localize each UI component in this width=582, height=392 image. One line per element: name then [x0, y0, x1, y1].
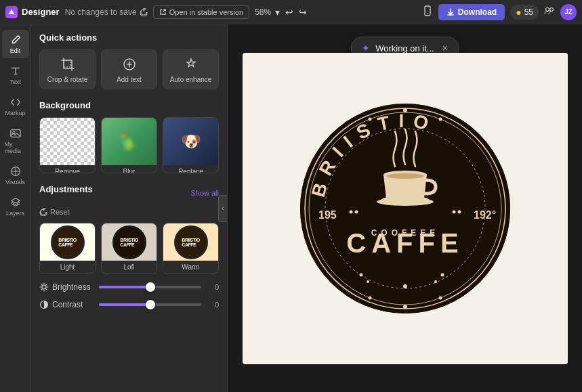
contrast-icon [39, 300, 49, 309]
zoom-control: 58% ▾ ↩ ↪ [255, 7, 308, 18]
download-button[interactable]: Download [438, 4, 505, 20]
sparkle-icon: ✦ [362, 43, 370, 53]
svg-point-30 [452, 210, 455, 213]
sidebar-item-edit[interactable]: Edit [2, 30, 29, 58]
avatar[interactable]: JZ [560, 4, 577, 20]
icon-rail: Edit Text Markup My media [0, 24, 31, 392]
toast-text: Working on it... [375, 43, 434, 53]
background-title: Background [39, 100, 219, 110]
svg-text:COOFEEE: COOFEEE [371, 228, 439, 238]
contrast-value: 0 [207, 301, 219, 309]
canvas-background: BRIISTIO 195 192° [243, 53, 568, 364]
edit-icon [9, 34, 22, 46]
brightness-slider[interactable] [99, 286, 201, 288]
brightness-icon [39, 282, 49, 292]
svg-point-38 [359, 273, 362, 276]
visuals-icon [9, 165, 22, 177]
undo-button[interactable]: ↩ [284, 7, 295, 18]
sidebar-item-text[interactable]: Text [2, 61, 29, 89]
filter-lofi-button[interactable]: BRIISTIOCAFFE Lofi [101, 223, 157, 274]
brightness-value: 0 [207, 283, 219, 291]
sidebar-item-my-media[interactable]: My media [2, 123, 29, 158]
svg-text:195: 195 [318, 209, 337, 221]
svg-point-40 [440, 273, 444, 276]
left-panel: Quick actions Crop & rotate Add text [31, 24, 228, 392]
svg-point-22 [403, 305, 407, 309]
coin-icon: ● [516, 7, 521, 18]
refresh-icon [140, 8, 148, 16]
svg-point-20 [438, 117, 442, 121]
adjustments-title: Adjustments [39, 184, 93, 194]
sidebar-item-visuals[interactable]: Visuals [2, 161, 29, 190]
collapse-panel-button[interactable]: ‹ [218, 195, 228, 222]
brightness-label: Brightness [39, 282, 93, 292]
svg-rect-8 [64, 60, 70, 67]
svg-point-24 [368, 296, 371, 299]
svg-point-33 [386, 173, 424, 179]
app-logo: Designer [5, 6, 60, 18]
brightness-row: Brightness 0 [39, 282, 219, 292]
filter-grid: BRIISTIOCAFFE Light BRIISTIOCAFFE Lofi B… [39, 223, 219, 274]
svg-point-2 [427, 14, 428, 15]
canvas-area: ✦ Working on it... × [228, 24, 582, 392]
svg-point-10 [42, 285, 46, 289]
filter-light-button[interactable]: BRIISTIOCAFFE Light [39, 223, 96, 274]
contrast-label: Contrast [39, 300, 93, 309]
open-stable-button[interactable]: Open in stable version [153, 5, 249, 19]
adjustments-header: Adjustments Show all [39, 184, 219, 201]
mobile-preview-button[interactable] [422, 5, 433, 18]
people-icon [544, 5, 555, 16]
show-all-link[interactable]: Show all [190, 189, 219, 197]
svg-point-23 [438, 296, 442, 299]
credits-badge: ● 55 [510, 5, 539, 20]
background-grid: Remove 🦜 Blur 🐶 Replace [39, 117, 219, 173]
phone-icon [422, 5, 433, 16]
svg-marker-0 [9, 9, 15, 14]
svg-point-28 [349, 210, 352, 213]
auto-enhance-button[interactable]: Auto enhance [163, 49, 219, 89]
logo-icon [5, 6, 18, 18]
svg-point-29 [354, 210, 358, 213]
contrast-row: Contrast 0 [39, 300, 219, 309]
save-status: No changes to save [65, 7, 148, 17]
svg-point-4 [550, 7, 554, 11]
main-content: Edit Text Markup My media [0, 24, 582, 392]
svg-point-39 [367, 280, 369, 283]
quick-actions-grid: Crop & rotate Add text Auto enhance [39, 49, 219, 89]
download-icon [446, 8, 455, 16]
crop-rotate-button[interactable]: Crop & rotate [39, 49, 96, 89]
svg-point-31 [457, 210, 461, 213]
layers-icon [9, 196, 22, 209]
topbar-right: Download ● 55 JZ [422, 4, 577, 20]
zoom-level: 58% [255, 7, 271, 17]
svg-point-3 [546, 7, 549, 11]
svg-rect-5 [10, 130, 20, 137]
sidebar-item-markup[interactable]: Markup [2, 92, 29, 121]
redo-button[interactable]: ↪ [297, 7, 308, 18]
external-link-icon [159, 8, 167, 16]
add-text-button[interactable]: Add text [101, 49, 157, 89]
auto-enhance-icon [184, 57, 199, 72]
filter-warm-button[interactable]: BRIISTIOCAFFE Warm [163, 223, 219, 274]
text-icon [9, 65, 22, 77]
zoom-dropdown-button[interactable]: ▾ [274, 7, 281, 18]
credits-count: 55 [524, 7, 533, 17]
bg-replace-button[interactable]: 🐶 Replace [163, 117, 219, 173]
share-button[interactable] [544, 5, 555, 19]
quick-actions-title: Quick actions [39, 32, 219, 43]
crop-icon [60, 57, 75, 72]
reset-button[interactable]: Reset [39, 208, 70, 216]
bg-blur-button[interactable]: 🦜 Blur [101, 117, 157, 173]
svg-point-42 [403, 284, 407, 288]
contrast-slider[interactable] [99, 303, 201, 306]
sidebar-item-layers[interactable]: Layers [2, 192, 29, 221]
media-icon [9, 127, 22, 139]
markup-icon [9, 96, 22, 108]
coffee-logo-svg: BRIISTIO 195 192° [290, 93, 520, 324]
toast-close-button[interactable]: × [442, 43, 448, 53]
reset-icon [39, 208, 47, 216]
bg-remove-button[interactable]: Remove [39, 117, 96, 173]
svg-point-35 [377, 198, 434, 206]
add-text-icon [122, 57, 137, 72]
app-name: Designer [22, 7, 60, 17]
